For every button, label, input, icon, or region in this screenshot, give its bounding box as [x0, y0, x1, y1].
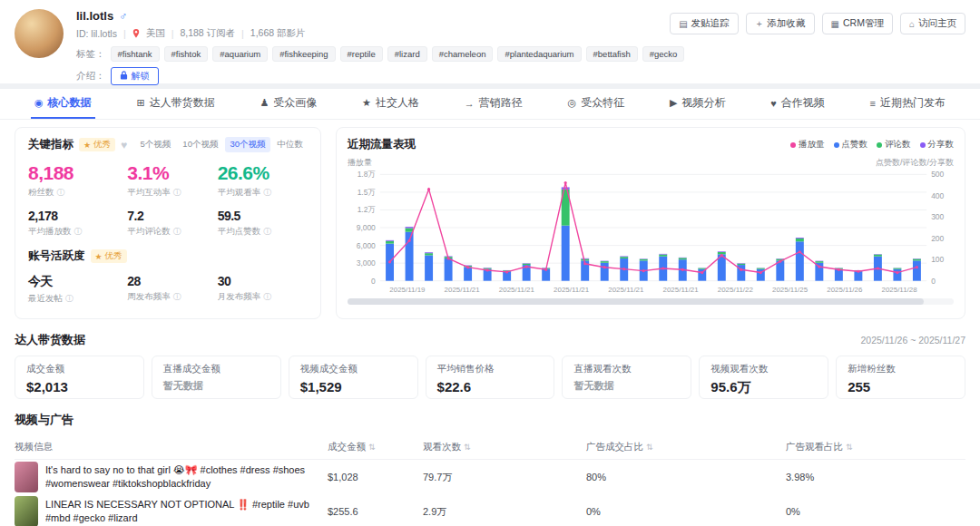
header-action-button[interactable]: ＋ 添加收藏 — [746, 13, 815, 34]
chart-scrollbar-thumb[interactable] — [348, 298, 924, 305]
svg-text:2025/11/21: 2025/11/21 — [608, 286, 644, 294]
metric-label: 平均播放数 — [28, 226, 72, 238]
info-icon[interactable]: ⓘ — [74, 226, 83, 238]
date-range[interactable]: 2025/11/26 ~ 2025/11/27 — [860, 335, 965, 346]
tag-pill[interactable]: #chameleon — [432, 46, 494, 62]
column-header-amount[interactable]: 成交金额⇅ — [328, 441, 423, 453]
video-title[interactable]: LINEAR IS NECESSARY NOT OPTIONAL ‼️ #rep… — [45, 498, 328, 525]
thumbs-up-icon: ★ — [95, 252, 103, 261]
info-icon[interactable]: ⓘ — [263, 291, 271, 303]
metric: 3.1% 平均互动率ⓘ — [127, 162, 217, 199]
header-action-button[interactable]: ⌂ 访问主页 — [900, 13, 965, 34]
video-count-filter[interactable]: 10个视频 — [178, 137, 222, 152]
tag-pill[interactable]: #aquarium — [212, 46, 268, 62]
info-icon[interactable]: ⓘ — [173, 187, 181, 199]
tag-pill[interactable]: #bettafish — [586, 46, 638, 62]
svg-text:2025/11/25: 2025/11/25 — [772, 286, 808, 294]
tab[interactable]: ♥ 合作视频 — [767, 89, 828, 119]
sort-icon[interactable]: ⇅ — [646, 443, 653, 452]
video-count-filter[interactable]: 中位数 — [273, 137, 309, 152]
tag-pill[interactable]: #fishtok — [164, 46, 209, 62]
tab[interactable]: ◉ 核心数据 — [31, 89, 95, 119]
info-icon[interactable]: ⓘ — [57, 187, 65, 199]
metric-value: 28 — [127, 274, 217, 288]
commerce-title: 达人带货数据 — [15, 332, 85, 348]
commerce-card: 平均销售价格 $22.6 — [426, 356, 555, 399]
traffic-chart[interactable]: 1.8万1.5万1.2万9,0006,0003,0000500400300200… — [348, 169, 954, 296]
tag-pill[interactable]: #plantedaquarium — [497, 46, 581, 62]
column-header-ad-deal-ratio[interactable]: 广告成交占比⇅ — [586, 441, 786, 453]
video-title[interactable]: It's hard to say no to that girl 😭🎀 #clo… — [45, 463, 328, 491]
metric-value: 7.2 — [127, 209, 217, 223]
tab[interactable]: ≡ 近期热门发布 — [867, 89, 949, 119]
column-header-video-info[interactable]: 视频信息 — [15, 441, 328, 453]
tag-pill[interactable]: #gecko — [642, 46, 685, 62]
legend-item[interactable]: 播放量 — [790, 139, 825, 151]
video-count-filter[interactable]: 30个视频 — [225, 137, 270, 152]
sort-icon[interactable]: ⇅ — [464, 443, 471, 452]
tab[interactable]: ♟ 受众画像 — [256, 89, 320, 119]
location-pin-icon — [132, 29, 140, 38]
tab-label: 核心数据 — [48, 95, 92, 111]
favorite-heart-icon[interactable]: ♥ — [121, 139, 127, 151]
tag-pill[interactable]: #fishkeeping — [272, 46, 335, 62]
info-icon[interactable]: ⓘ — [263, 187, 271, 199]
info-icon[interactable]: ⓘ — [173, 226, 181, 238]
secondary-metrics: 2,178 平均播放数ⓘ 7.2 平均评论数ⓘ 59.5 平均点赞数 — [28, 209, 308, 238]
commerce-card-value: $2,013 — [26, 379, 132, 394]
commerce-card: 直播成交金额 暂无数据 — [152, 356, 281, 399]
header-action-button[interactable]: ▤ 发贴追踪 — [670, 13, 738, 34]
tab[interactable]: ⊞ 达人带货数据 — [132, 89, 218, 119]
table-row[interactable]: It's hard to say no to that girl 😭🎀 #clo… — [15, 460, 965, 494]
cell-amount: $1,028 — [328, 472, 423, 482]
chart-scrollbar[interactable] — [348, 298, 954, 305]
table-row[interactable]: LINEAR IS NECESSARY NOT OPTIONAL ‼️ #rep… — [15, 494, 965, 526]
sort-icon[interactable]: ⇅ — [368, 443, 376, 452]
video-thumbnail[interactable] — [15, 462, 38, 492]
cell-amount: $255.6 — [328, 506, 423, 517]
profile-id: ID: lil.lotls — [76, 28, 117, 39]
info-icon[interactable]: ⓘ — [65, 293, 74, 305]
video-thumbnail[interactable] — [15, 496, 38, 526]
tag-pill[interactable]: #lizard — [387, 46, 427, 62]
svg-text:2025/11/22: 2025/11/22 — [718, 286, 754, 294]
legend-item[interactable]: 点赞数 — [834, 139, 868, 151]
chart-legend: 播放量 点赞数 评论数 — [790, 139, 954, 151]
unlock-label: 解锁 — [132, 70, 150, 83]
tab[interactable]: ◎ 受众特征 — [564, 89, 629, 119]
unlock-button[interactable]: 解锁 — [111, 67, 159, 85]
tab[interactable]: ★ 社交人格 — [358, 89, 423, 119]
tag-pill[interactable]: #reptile — [340, 46, 383, 62]
column-header-ad-view-ratio[interactable]: 广告观看占比⇅ — [786, 441, 965, 453]
sort-icon[interactable]: ⇅ — [846, 443, 853, 452]
column-header-views[interactable]: 观看次数⇅ — [423, 441, 586, 453]
svg-text:2025/11/21: 2025/11/21 — [499, 286, 535, 294]
intro-row: 介绍： 解锁 — [76, 67, 684, 85]
cell-ad-view-ratio: 0% — [786, 506, 965, 517]
info-icon[interactable]: ⓘ — [263, 226, 271, 238]
metric-label: 粉丝数 — [28, 187, 54, 199]
header-action-button[interactable]: ▦ CRM管理 — [822, 13, 893, 34]
tag-pill[interactable]: #fishtank — [111, 46, 160, 62]
tab[interactable]: ▶ 视频分析 — [666, 89, 729, 119]
commerce-card-value: $1,529 — [300, 379, 407, 394]
profile-link-icon[interactable]: ♂ — [119, 10, 127, 23]
commerce-card-value: 95.6万 — [710, 379, 817, 396]
avatar[interactable] — [15, 9, 64, 58]
legend-label: 评论数 — [885, 139, 911, 151]
info-icon[interactable]: ⓘ — [173, 291, 181, 303]
legend-item[interactable]: 分享数 — [920, 139, 955, 151]
commerce-card-value: 暂无数据 — [163, 379, 270, 393]
legend-item[interactable]: 评论数 — [877, 139, 911, 151]
cell-views: 2.9万 — [423, 505, 586, 519]
metric: 28 周发布频率ⓘ — [127, 274, 217, 305]
tab-icon: ★ — [362, 97, 371, 109]
svg-text:6,000: 6,000 — [357, 241, 376, 250]
svg-text:2025/11/21: 2025/11/21 — [445, 286, 481, 294]
legend-dot — [920, 142, 926, 148]
video-count-filter[interactable]: 5个视频 — [136, 137, 176, 152]
tab[interactable]: → 营销路径 — [461, 89, 526, 119]
metric-value: 8,188 — [28, 162, 127, 184]
legend-dot — [877, 142, 882, 148]
header-action-label: 发贴追踪 — [691, 17, 730, 30]
